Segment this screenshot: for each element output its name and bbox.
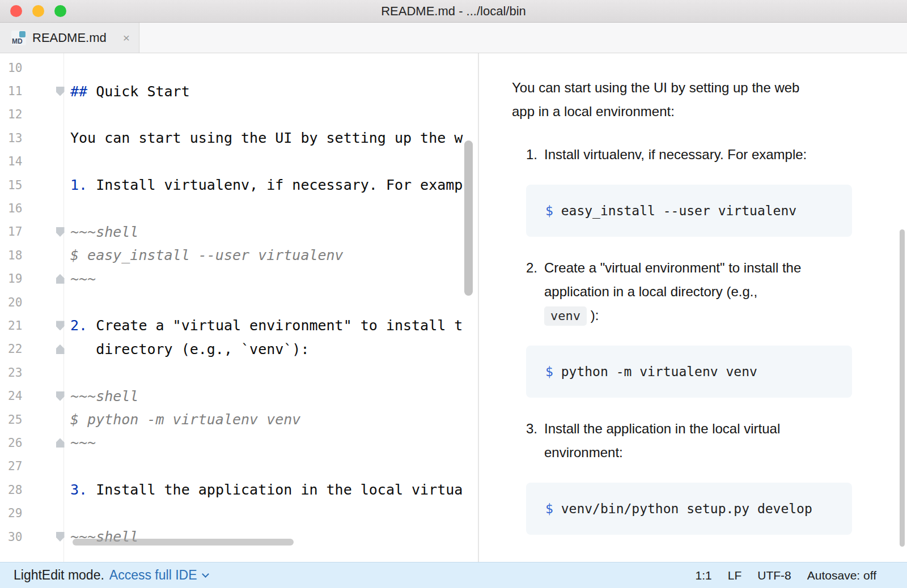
editor-vertical-scrollbar-thumb[interactable] bbox=[464, 140, 473, 296]
text-segment: ~~~ bbox=[70, 271, 96, 287]
editor-line[interactable]: 24~~~shell bbox=[0, 384, 478, 407]
editor-line[interactable]: 19~~~ bbox=[0, 267, 478, 291]
list-item-row: 2.Create a "virtual environment" to inst… bbox=[526, 256, 852, 327]
preview-content: You can start using the UI by setting up… bbox=[512, 76, 852, 535]
fold-slot bbox=[50, 501, 70, 525]
line-number: 28 bbox=[0, 483, 50, 497]
fold-region-start-icon[interactable] bbox=[56, 391, 65, 401]
fold-marker[interactable] bbox=[50, 338, 70, 361]
fold-marker[interactable] bbox=[50, 267, 70, 291]
editor-line[interactable]: 18$ easy_install --user virtualenv bbox=[0, 244, 478, 267]
icon-accent bbox=[19, 31, 26, 37]
shell-command: python -m virtualenv venv bbox=[553, 364, 757, 379]
fold-marker[interactable] bbox=[50, 314, 70, 337]
editor-line[interactable]: 27 bbox=[0, 455, 478, 478]
fold-slot bbox=[50, 478, 70, 501]
editor-line[interactable]: 151. Install virtualenv, if necessary. F… bbox=[0, 173, 478, 197]
line-number: 10 bbox=[0, 61, 50, 75]
fold-marker[interactable] bbox=[50, 220, 70, 244]
autosave-widget[interactable]: Autosave: off bbox=[807, 569, 876, 582]
close-tab-icon[interactable]: × bbox=[123, 31, 130, 45]
editor-line[interactable]: 14 bbox=[0, 150, 478, 173]
fold-region-start-icon[interactable] bbox=[56, 87, 65, 96]
editor-horizontal-scrollbar-thumb[interactable] bbox=[73, 539, 294, 546]
editor-line[interactable]: 11## Quick Start bbox=[0, 79, 478, 103]
fold-marker[interactable] bbox=[50, 79, 70, 103]
text-segment: $ easy_install --user virtualenv bbox=[70, 247, 344, 263]
shell-command: venv/bin/python setup.py develop bbox=[553, 501, 812, 516]
line-text: directory (e.g., `venv`): bbox=[70, 341, 478, 357]
encoding-widget[interactable]: UTF-8 bbox=[757, 569, 791, 582]
access-full-ide-link[interactable]: Access full IDE bbox=[109, 568, 209, 583]
statusbar-left: LightEdit mode. Access full IDE bbox=[14, 568, 208, 583]
shell-command: easy_install --user virtualenv bbox=[553, 203, 796, 218]
link-text: Access full IDE bbox=[109, 568, 197, 583]
tab-readme[interactable]: MD README.md × bbox=[0, 23, 139, 53]
text-segment: $ python -m virtualenv venv bbox=[70, 411, 300, 428]
fold-region-start-icon[interactable] bbox=[56, 532, 65, 542]
preview-list: 1.Install virtualenv, if necessary. For … bbox=[512, 143, 852, 535]
line-text: ~~~shell bbox=[70, 224, 478, 240]
line-number: 24 bbox=[0, 389, 50, 403]
line-number: 13 bbox=[0, 131, 50, 145]
fold-region-end-icon[interactable] bbox=[56, 438, 65, 448]
editor-line[interactable]: 16 bbox=[0, 197, 478, 220]
line-number: 27 bbox=[0, 459, 50, 473]
shell-prompt: $ bbox=[545, 364, 553, 379]
editor-line[interactable]: 212. Create a "virtual environment" to i… bbox=[0, 314, 478, 337]
line-text: $ python -m virtualenv venv bbox=[70, 411, 478, 428]
fold-region-end-icon[interactable] bbox=[56, 274, 65, 284]
fold-region-start-icon[interactable] bbox=[56, 321, 65, 330]
text-segment: ~~~shell bbox=[70, 388, 138, 404]
line-number: 17 bbox=[0, 225, 50, 238]
text-segment: Install the application in the local vir… bbox=[87, 482, 463, 498]
editor-line[interactable]: 20 bbox=[0, 291, 478, 314]
inline-code: venv bbox=[544, 306, 587, 326]
line-number: 12 bbox=[0, 108, 50, 121]
line-number: 20 bbox=[0, 296, 50, 309]
fold-region-end-icon[interactable] bbox=[56, 344, 65, 354]
editor-pane[interactable]: 1011## Quick Start1213You can start usin… bbox=[0, 53, 479, 562]
text-segment: Install virtualenv, if necessary. For ex… bbox=[544, 147, 807, 162]
fold-slot bbox=[50, 455, 70, 478]
text-segment: application in a local directory (e.g., bbox=[544, 284, 757, 299]
line-number: 25 bbox=[0, 413, 50, 427]
editor-line[interactable]: 13You can start using the UI by setting … bbox=[0, 126, 478, 150]
line-number: 23 bbox=[0, 366, 50, 380]
editor-line[interactable]: 10 bbox=[0, 56, 478, 79]
preview-list-item: 1.Install virtualenv, if necessary. For … bbox=[526, 143, 852, 237]
line-text: ## Quick Start bbox=[70, 83, 478, 100]
editor-line[interactable]: 26~~~ bbox=[0, 431, 478, 454]
editor-line[interactable]: 283. Install the application in the loca… bbox=[0, 478, 478, 501]
fold-slot bbox=[50, 361, 70, 384]
list-item-number: 3. bbox=[526, 417, 544, 465]
preview-intro-paragraph: You can start using the UI by setting up… bbox=[512, 76, 852, 123]
text-segment: 2. bbox=[70, 317, 87, 334]
fold-marker[interactable] bbox=[50, 384, 70, 407]
editor-line[interactable]: 12 bbox=[0, 103, 478, 126]
line-text: 3. Install the application in the local … bbox=[70, 482, 478, 498]
list-item-number: 1. bbox=[526, 143, 544, 167]
preview-scrollbar-thumb[interactable] bbox=[900, 229, 905, 547]
text-segment: Install virtualenv, if necessary. For ex… bbox=[87, 177, 463, 193]
line-text: You can start using the UI by setting up… bbox=[70, 130, 478, 146]
line-number: 19 bbox=[0, 272, 50, 286]
code-block: $ easy_install --user virtualenv bbox=[526, 185, 852, 237]
line-number: 26 bbox=[0, 436, 50, 450]
editor-line[interactable]: 25$ python -m virtualenv venv bbox=[0, 408, 478, 431]
editor-line[interactable]: 23 bbox=[0, 361, 478, 384]
text-segment: You can start using the UI by setting up… bbox=[70, 130, 463, 146]
caret-position-widget[interactable]: 1:1 bbox=[696, 569, 712, 582]
fold-slot bbox=[50, 56, 70, 79]
editor-line[interactable]: 22 directory (e.g., `venv`): bbox=[0, 338, 478, 361]
fold-marker[interactable] bbox=[50, 525, 70, 548]
line-separator-widget[interactable]: LF bbox=[728, 569, 742, 582]
code-block: $ python -m virtualenv venv bbox=[526, 346, 852, 398]
list-item-text: Create a "virtual environment" to instal… bbox=[544, 256, 852, 327]
editor-line[interactable]: 29 bbox=[0, 501, 478, 525]
line-number: 11 bbox=[0, 84, 50, 98]
fold-region-start-icon[interactable] bbox=[56, 227, 65, 237]
text-segment: Create a "virtual environment" to instal… bbox=[544, 260, 801, 275]
fold-marker[interactable] bbox=[50, 431, 70, 454]
editor-line[interactable]: 17~~~shell bbox=[0, 220, 478, 244]
